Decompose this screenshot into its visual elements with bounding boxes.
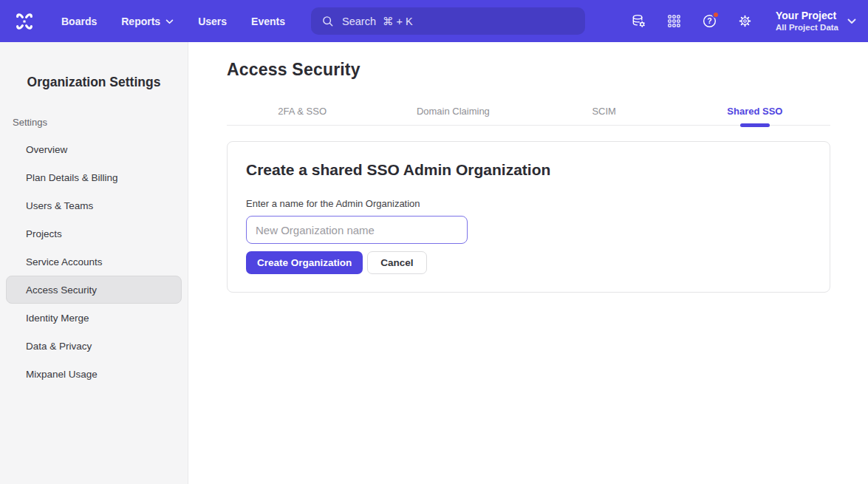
sidebar-item-plan-details-billing[interactable]: Plan Details & Billing bbox=[6, 163, 182, 191]
sidebar-section-label: Settings bbox=[13, 117, 188, 128]
sidebar-item-label: Service Accounts bbox=[26, 256, 103, 267]
tab-domain-claiming[interactable]: Domain Claiming bbox=[377, 97, 528, 125]
sidebar-item-label: Identity Merge bbox=[26, 313, 89, 324]
project-name: Your Project bbox=[776, 10, 836, 22]
settings-gear-icon[interactable] bbox=[737, 13, 753, 29]
sidebar-item-label: Plan Details & Billing bbox=[26, 172, 118, 183]
tab-2fa-sso[interactable]: 2FA & SSO bbox=[227, 97, 377, 125]
tab-label: 2FA & SSO bbox=[278, 106, 327, 117]
page-title: Access Security bbox=[227, 60, 868, 80]
access-security-tabs: 2FA & SSO Domain Claiming SCIM Shared SS… bbox=[227, 97, 830, 126]
sidebar-item-data-privacy[interactable]: Data & Privacy bbox=[6, 332, 182, 360]
nav-item-users[interactable]: Users bbox=[198, 16, 227, 27]
sidebar-item-mixpanel-usage[interactable]: Mixpanel Usage bbox=[6, 360, 182, 388]
project-selector-text: Your Project All Project Data bbox=[776, 10, 838, 33]
org-settings-sidebar: Organization Settings Settings Overview … bbox=[0, 42, 188, 484]
page-content: Organization Settings Settings Overview … bbox=[0, 42, 868, 484]
apps-grid-icon[interactable] bbox=[666, 13, 682, 29]
sidebar-item-label: Users & Teams bbox=[26, 200, 93, 211]
search-placeholder: Search bbox=[342, 16, 376, 27]
help-icon[interactable]: ? bbox=[702, 13, 717, 29]
sidebar-item-access-security[interactable]: Access Security bbox=[6, 276, 182, 304]
notification-badge bbox=[712, 11, 720, 18]
cancel-button[interactable]: Cancel bbox=[367, 251, 426, 274]
primary-nav: Boards Reports Users Events bbox=[61, 16, 285, 27]
active-tab-indicator bbox=[740, 123, 770, 127]
org-name-input[interactable] bbox=[246, 216, 468, 244]
nav-item-label: Reports bbox=[121, 16, 160, 27]
tab-label: SCIM bbox=[592, 106, 616, 117]
sidebar-item-label: Projects bbox=[26, 228, 62, 239]
sidebar-item-overview[interactable]: Overview bbox=[6, 135, 182, 163]
nav-item-label: Users bbox=[198, 16, 227, 27]
nav-item-events[interactable]: Events bbox=[251, 16, 285, 27]
create-shared-sso-card: Create a shared SSO Admin Organization E… bbox=[227, 141, 830, 293]
tab-label: Shared SSO bbox=[727, 106, 782, 117]
sidebar-item-identity-merge[interactable]: Identity Merge bbox=[6, 304, 182, 332]
nav-item-label: Events bbox=[251, 16, 285, 27]
sidebar-item-projects[interactable]: Projects bbox=[6, 219, 182, 248]
nav-item-reports[interactable]: Reports bbox=[121, 16, 174, 27]
org-name-field-label: Enter a name for the Admin Organization bbox=[246, 198, 807, 209]
search-input[interactable]: Search ⌘ + K bbox=[311, 7, 585, 35]
top-navbar: Boards Reports Users Events Search ⌘ + K bbox=[0, 0, 868, 42]
nav-item-boards[interactable]: Boards bbox=[61, 16, 97, 27]
question-mark-glyph: ? bbox=[707, 16, 711, 25]
sidebar-title: Organization Settings bbox=[0, 75, 188, 90]
tab-scim[interactable]: SCIM bbox=[529, 97, 680, 125]
card-title: Create a shared SSO Admin Organization bbox=[246, 161, 807, 179]
sidebar-item-label: Mixpanel Usage bbox=[26, 369, 98, 380]
sidebar-item-label: Data & Privacy bbox=[26, 341, 92, 352]
project-data-scope: All Project Data bbox=[776, 22, 838, 33]
card-actions: Create Organization Cancel bbox=[246, 251, 807, 274]
sidebar-nav-list: Overview Plan Details & Billing Users & … bbox=[0, 135, 188, 388]
search-shortcut-hint: ⌘ + K bbox=[383, 16, 413, 27]
sidebar-item-label: Overview bbox=[26, 144, 67, 155]
sidebar-item-users-teams[interactable]: Users & Teams bbox=[6, 191, 182, 219]
create-organization-button[interactable]: Create Organization bbox=[246, 251, 363, 274]
navbar-right-section: ? Your Project All Project Data bbox=[631, 0, 856, 42]
sidebar-item-service-accounts[interactable]: Service Accounts bbox=[6, 248, 182, 276]
mixpanel-logo-icon[interactable] bbox=[13, 10, 36, 33]
data-management-icon[interactable] bbox=[631, 13, 646, 29]
tab-shared-sso[interactable]: Shared SSO bbox=[680, 97, 830, 125]
chevron-down-icon bbox=[165, 19, 174, 24]
project-selector[interactable]: Your Project All Project Data bbox=[776, 10, 856, 33]
chevron-down-icon bbox=[847, 18, 856, 24]
main-panel: Access Security 2FA & SSO Domain Claimin… bbox=[188, 42, 868, 484]
search-icon bbox=[321, 15, 334, 27]
tab-label: Domain Claiming bbox=[417, 106, 490, 117]
nav-item-label: Boards bbox=[61, 16, 97, 27]
sidebar-item-label: Access Security bbox=[26, 284, 97, 296]
